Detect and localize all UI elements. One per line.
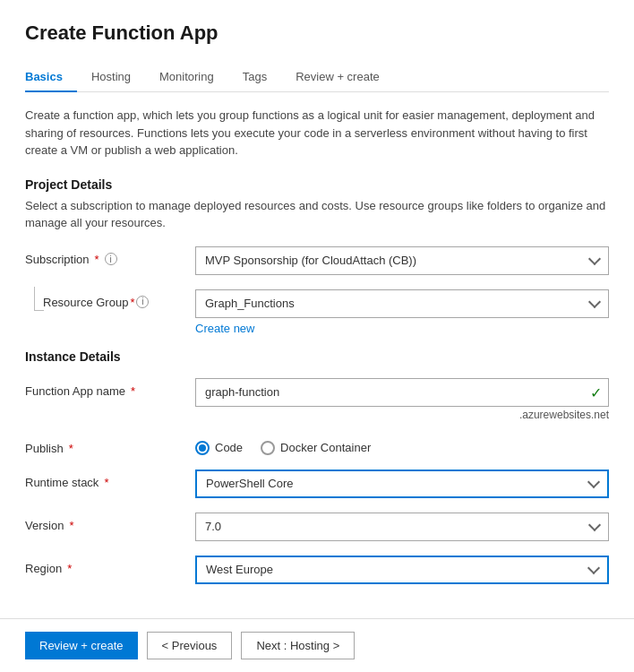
previous-button[interactable]: < Previous <box>147 632 233 659</box>
runtime-stack-required: * <box>104 476 108 489</box>
runtime-stack-control: PowerShell Core <box>195 470 609 498</box>
resource-group-label-wrap: Resource Group * i <box>25 289 195 309</box>
review-create-button[interactable]: Review + create <box>25 632 138 659</box>
tab-tags[interactable]: Tags <box>228 63 281 92</box>
publish-docker-radio-icon <box>261 441 275 455</box>
tab-bar: Basics Hosting Monitoring Tags Review + … <box>25 63 609 92</box>
version-label: Version * <box>25 513 195 532</box>
subscription-info-icon[interactable]: i <box>105 253 117 265</box>
tab-monitoring[interactable]: Monitoring <box>145 63 228 92</box>
subscription-label: Subscription * i <box>25 246 195 266</box>
function-app-name-row: Function App name * ✓ .azurewebsites.net <box>25 378 609 421</box>
subscription-control: MVP Sponsorship (for CloudAttach (CB)) <box>195 246 609 275</box>
next-button[interactable]: Next : Hosting > <box>241 632 355 659</box>
subscription-row: Subscription * i MVP Sponsorship (for Cl… <box>25 246 609 275</box>
region-required: * <box>67 562 72 575</box>
publish-option-docker[interactable]: Docker Container <box>261 441 371 455</box>
function-app-name-required: * <box>131 384 135 398</box>
publish-radio-group: Code Docker Container <box>195 435 609 455</box>
resource-group-chevron-icon <box>588 295 601 307</box>
tab-basics[interactable]: Basics <box>25 63 77 92</box>
footer-bar: Review + create < Previous Next : Hostin… <box>0 618 634 672</box>
resource-group-control: Graph_Functions Create new <box>195 289 609 335</box>
function-app-name-control: ✓ .azurewebsites.net <box>195 378 609 421</box>
resource-group-indent: Resource Group * i <box>25 296 195 309</box>
runtime-stack-row: Runtime stack * PowerShell Core <box>25 470 609 498</box>
page-title: Create Function App <box>25 22 609 45</box>
runtime-stack-dropdown[interactable]: PowerShell Core <box>195 470 609 498</box>
tab-review-create[interactable]: Review + create <box>281 63 394 92</box>
publish-docker-label: Docker Container <box>280 441 371 454</box>
resource-group-dropdown[interactable]: Graph_Functions <box>195 289 609 318</box>
tab-description: Create a function app, which lets you gr… <box>25 107 609 159</box>
region-label: Region * <box>25 556 195 575</box>
version-required: * <box>69 519 73 532</box>
publish-row: Publish * Code Docker Container <box>25 435 609 455</box>
version-dropdown[interactable]: 7.0 <box>195 513 609 541</box>
version-chevron-icon <box>588 518 601 530</box>
publish-required: * <box>69 442 73 455</box>
publish-code-label: Code <box>215 441 243 454</box>
version-row: Version * 7.0 <box>25 513 609 541</box>
function-app-name-label: Function App name * <box>25 378 195 398</box>
subscription-chevron-icon <box>588 252 601 264</box>
function-app-name-input-wrap: ✓ <box>195 378 609 407</box>
function-app-name-input[interactable] <box>195 378 609 407</box>
region-control: West Europe <box>195 556 609 584</box>
region-dropdown[interactable]: West Europe <box>195 556 609 584</box>
region-chevron-icon <box>587 561 600 573</box>
instance-details-title: Instance Details <box>25 349 609 364</box>
subscription-dropdown[interactable]: MVP Sponsorship (for CloudAttach (CB)) <box>195 246 609 275</box>
publish-code-radio-icon <box>195 441 210 455</box>
resource-group-row: Resource Group * i Graph_Functions Creat… <box>25 289 609 335</box>
check-icon: ✓ <box>590 383 602 401</box>
publish-option-code[interactable]: Code <box>195 441 243 455</box>
create-new-link[interactable]: Create new <box>195 322 254 335</box>
resource-group-info-icon[interactable]: i <box>136 296 149 308</box>
runtime-stack-chevron-icon <box>587 475 600 487</box>
resource-group-required: * <box>130 296 134 309</box>
tab-hosting[interactable]: Hosting <box>77 63 145 92</box>
publish-control: Code Docker Container <box>195 435 609 455</box>
version-control: 7.0 <box>195 513 609 541</box>
domain-suffix: .azurewebsites.net <box>195 409 609 421</box>
project-details-desc: Select a subscription to manage deployed… <box>25 197 609 232</box>
subscription-required: * <box>95 253 99 266</box>
publish-label: Publish * <box>25 435 195 455</box>
region-row: Region * West Europe <box>25 556 609 584</box>
project-details-title: Project Details <box>25 177 609 192</box>
runtime-stack-label: Runtime stack * <box>25 470 195 489</box>
